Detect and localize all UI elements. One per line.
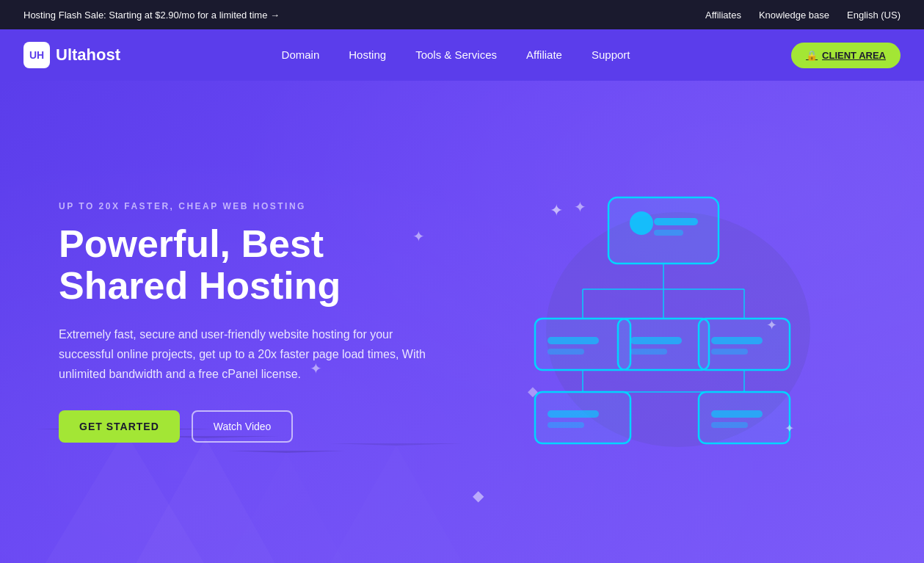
- svg-point-2: [630, 211, 653, 235]
- svg-rect-12: [548, 349, 584, 355]
- triangle-decoration-1: [37, 429, 213, 563]
- watch-video-button[interactable]: Watch Video: [192, 410, 294, 443]
- get-started-button[interactable]: GET STARTED: [59, 410, 180, 443]
- logo[interactable]: UH Ultahost: [23, 42, 120, 68]
- svg-text:◆: ◆: [528, 384, 538, 399]
- hero-subtitle: UP TO 20X FASTER, CHEAP WEB HOSTING: [59, 201, 462, 211]
- hero-section: ✦ ✦ ◆ ✦ UP TO 20X FASTER, CHEAP WEB HOST…: [0, 81, 924, 563]
- triangle-decoration-4: [330, 443, 462, 563]
- lock-icon: 🔒: [806, 50, 818, 61]
- hosting-diagram: ✦ ✦ ◆ ✦: [509, 168, 818, 476]
- logo-text: Ultahost: [56, 46, 120, 65]
- knowledge-base-link[interactable]: Knowledge base: [759, 10, 829, 21]
- affiliates-link[interactable]: Affiliates: [705, 10, 741, 21]
- hero-content: UP TO 20X FASTER, CHEAP WEB HOSTING Powe…: [59, 201, 462, 443]
- svg-rect-27: [711, 422, 748, 428]
- svg-rect-15: [630, 349, 667, 355]
- svg-rect-4: [654, 230, 683, 236]
- hero-buttons: GET STARTED Watch Video: [59, 410, 462, 443]
- triangle-decoration-3: [228, 451, 345, 563]
- svg-text:✦: ✦: [550, 201, 563, 219]
- svg-text:✦: ✦: [785, 422, 794, 435]
- nav-domain[interactable]: Domain: [270, 43, 332, 67]
- nav-tools-services[interactable]: Tools & Services: [404, 43, 509, 67]
- flash-sale-banner[interactable]: Hosting Flash Sale: Starting at $2.90/mo…: [23, 10, 280, 21]
- svg-rect-23: [548, 410, 599, 418]
- triangle-decoration-2: [132, 436, 279, 563]
- top-bar-links: Affiliates Knowledge base English (US): [705, 10, 901, 21]
- svg-rect-17: [711, 337, 763, 344]
- logo-icon: UH: [23, 42, 50, 68]
- nav-links: Domain Hosting Tools & Services Affiliat…: [270, 48, 642, 62]
- nav-hosting[interactable]: Hosting: [337, 43, 398, 67]
- svg-rect-18: [711, 349, 748, 355]
- language-selector[interactable]: English (US): [847, 10, 901, 21]
- nav-support[interactable]: Support: [580, 43, 642, 67]
- sparkle-icon-3: ◆: [473, 487, 484, 504]
- svg-rect-11: [548, 337, 599, 344]
- svg-text:✦: ✦: [766, 318, 777, 333]
- svg-rect-3: [654, 218, 698, 225]
- client-area-button[interactable]: 🔒 CLIENT AREA: [791, 43, 901, 68]
- hero-illustration: ✦ ✦ ◆ ✦: [462, 168, 866, 476]
- client-area-label: CLIENT AREA: [822, 50, 886, 61]
- svg-rect-26: [711, 410, 763, 418]
- flash-sale-text: Hosting Flash Sale: Starting at $2.90/mo…: [23, 10, 280, 21]
- nav-affiliate[interactable]: Affiliate: [514, 43, 574, 67]
- top-bar: Hosting Flash Sale: Starting at $2.90/mo…: [0, 0, 924, 29]
- hero-description: Extremely fast, secure and user-friendly…: [59, 324, 440, 385]
- svg-rect-14: [630, 337, 682, 344]
- hero-title: Powerful, Best Shared Hosting: [59, 223, 462, 307]
- main-nav: UH Ultahost Domain Hosting Tools & Servi…: [0, 29, 924, 81]
- svg-rect-24: [548, 422, 584, 428]
